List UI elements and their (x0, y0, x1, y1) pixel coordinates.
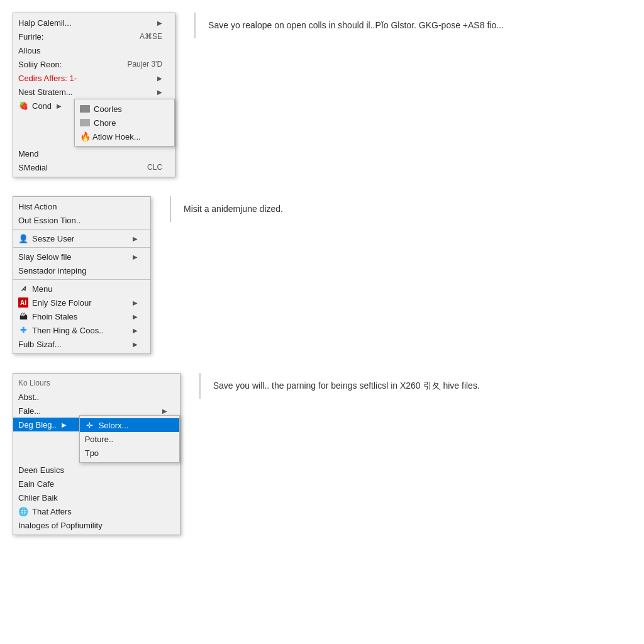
arrow-icon-nest: ▶ (157, 89, 162, 96)
plus-icon: ✚ (18, 325, 28, 335)
menu-item-sesze[interactable]: 👤 Sesze User ▶ (13, 231, 150, 245)
menu-item-enly[interactable]: Ai Enly Size Folour ▶ (13, 296, 150, 309)
context-menu-2: Hist Action Out Ession Tion.. 👤 Sesze Us… (13, 196, 151, 354)
user-icon: 👤 (18, 233, 28, 243)
menu-item-ko[interactable]: Ko Llours (13, 376, 180, 390)
arrow-icon-cond: ▶ (57, 103, 62, 109)
menu-item-furirle[interactable]: Furirle: A⌘SE (13, 30, 175, 43)
menu-item-deen[interactable]: Deen Eusics (13, 463, 180, 477)
menu-item-eain[interactable]: Eain Cafe (13, 477, 180, 491)
menu-item-fhoin[interactable]: 🏔 Fhoin Stales ▶ (13, 309, 150, 323)
section-row-1: Halp Calemil... ▶ Furirle: A⌘SE Allous S… (0, 13, 644, 177)
menu1: Halp Calemil... ▶ Furirle: A⌘SE Allous S… (13, 13, 175, 177)
fruit-icon: 🍓 (18, 101, 28, 111)
menu-item-deg[interactable]: Deg Bleg.. ▶ (13, 418, 79, 431)
menu3-wrapper: Ko Llours Abst.. Fale... ▶ Deg Bleg.. ▶ (13, 373, 180, 535)
menu-item-abst[interactable]: Abst.. (13, 390, 180, 404)
description-1: Save yo realope on open colls in should … (194, 13, 631, 38)
arrow-icon-fale: ▶ (162, 408, 167, 414)
arrow-icon-enly: ▶ (133, 299, 138, 306)
menu-item-allous[interactable]: Allous (13, 43, 175, 57)
arrow-icon-deg: ▶ (62, 421, 67, 428)
submenu-item-selorx[interactable]: ✛ Selorx... (80, 418, 179, 432)
description-2: Misit a anidemjune dized. (170, 196, 631, 222)
arrow-icon-sesze: ▶ (133, 235, 138, 242)
cursor-icon: ✛ (85, 420, 95, 430)
menu-item-mend[interactable]: Mend (13, 147, 175, 160)
ai-icon: Ai (18, 297, 28, 308)
arrow-icon-fhoin: ▶ (133, 313, 138, 320)
menu-item-hist[interactable]: Hist Action (13, 199, 150, 213)
submenu-item-chore[interactable]: Chore (75, 116, 174, 130)
menu-item-smedial[interactable]: SMedial CLC (13, 160, 175, 174)
arrow-icon-cedirs: ▶ (157, 75, 162, 82)
menu-item-chiier[interactable]: Chiier Baik (13, 491, 180, 504)
section-row-2: Hist Action Out Ession Tion.. 👤 Sesze Us… (0, 196, 644, 354)
menu-item-that[interactable]: 🌐 That Atfers (13, 504, 180, 518)
submenu-deg: ✛ Selorx... Poture.. Tpo (79, 415, 180, 463)
menu-item-senstador[interactable]: Senstador inteping (13, 264, 150, 277)
mountain-icon: 🏔 (18, 311, 28, 321)
flame-icon: 🔥 (80, 131, 90, 142)
menu-item-nest[interactable]: Nest Stratem... ▶ (13, 85, 175, 99)
context-menu-3: Ko Llours Abst.. Fale... ▶ Deg Bleg.. ▶ (13, 373, 180, 535)
separator-2 (13, 247, 150, 248)
separator-3 (13, 279, 150, 280)
section-row-3: Ko Llours Abst.. Fale... ▶ Deg Bleg.. ▶ (0, 373, 644, 535)
submenu-item-poture[interactable]: Poture.. (80, 432, 179, 446)
context-menu-1: Halp Calemil... ▶ Furirle: A⌘SE Allous S… (13, 13, 175, 177)
menu-item-soliiy[interactable]: Soliiy Reon: Paujer 3'D (13, 57, 175, 71)
submenu-cond: Coorles Chore 🔥 Atlow Hoek... (74, 99, 175, 147)
menu-item-cedirs[interactable]: Cedirs Affers: 1- ▶ (13, 71, 175, 85)
description-3: Save you will.. the parning for beings s… (199, 373, 631, 399)
menu2-wrapper: Hist Action Out Ession Tion.. 👤 Sesze Us… (13, 196, 151, 354)
chore-icon (80, 119, 90, 126)
submenu-item-coorles[interactable]: Coorles (75, 102, 174, 116)
menu-item-halp[interactable]: Halp Calemil... ▶ (13, 16, 175, 30)
deg-submenu-wrapper: Deg Bleg.. ▶ ✛ Selorx... Poture.. (13, 418, 180, 463)
arrow-icon-fulb: ▶ (133, 341, 138, 348)
arrow-icon-halp: ▶ (157, 19, 162, 26)
arrow-icon-then: ▶ (133, 327, 138, 334)
globe-icon: 🌐 (18, 506, 28, 516)
a-icon: 𝘈 (18, 284, 28, 294)
separator-1 (13, 229, 150, 230)
menu-item-inaloges[interactable]: Inaloges of Popfiumility (13, 518, 180, 532)
menu-item-out[interactable]: Out Ession Tion.. (13, 213, 150, 227)
menu-item-menu[interactable]: 𝘈 Menu (13, 282, 150, 296)
main-container: Halp Calemil... ▶ Furirle: A⌘SE Allous S… (0, 0, 644, 548)
submenu-item-tpo[interactable]: Tpo (80, 446, 179, 460)
arrow-icon-slay: ▶ (133, 253, 138, 260)
coorles-icon (80, 105, 90, 113)
menu-item-slay[interactable]: Slay Selow file ▶ (13, 250, 150, 264)
submenu-item-atlow[interactable]: 🔥 Atlow Hoek... (75, 130, 174, 143)
cond-submenu-wrapper: 🍓 Cond ▶ Coorles Chore (13, 99, 175, 147)
menu-item-fale[interactable]: Fale... ▶ (13, 404, 180, 418)
menu-item-fulb[interactable]: Fulb Sizaf... ▶ (13, 337, 150, 351)
menu-item-then[interactable]: ✚ Then Hing & Coos.. ▶ (13, 323, 150, 337)
menu-item-cond[interactable]: 🍓 Cond ▶ (13, 99, 74, 113)
